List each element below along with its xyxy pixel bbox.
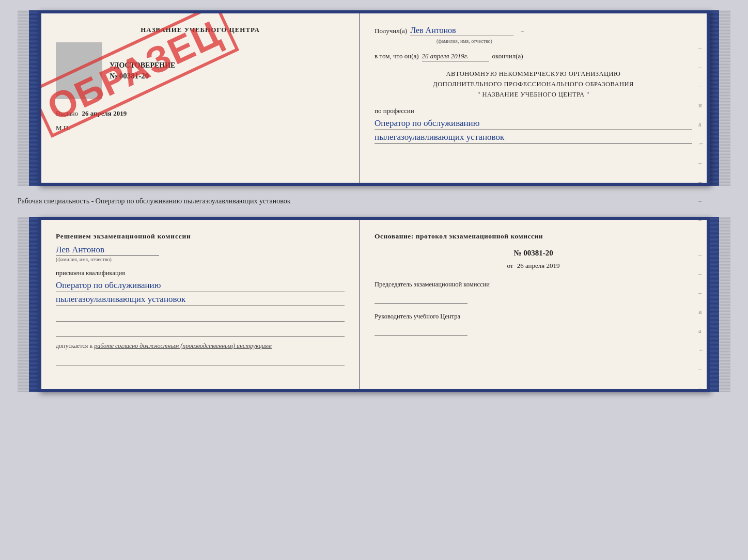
cert-date-line: в том, что он(а) 26 апреля 2019г. окончи…	[375, 52, 692, 61]
received-name: Лев Антонов	[410, 26, 513, 36]
document-container: НАЗВАНИЕ УЧЕБНОГО ЦЕНТРА ОБРАЗЕЦ УДОСТОВ…	[18, 10, 730, 392]
date-intro: в том, что он(а)	[375, 52, 419, 60]
chairman-block: Председатель экзаменационной комиссии	[375, 280, 692, 304]
chairman-sig-line	[375, 292, 467, 304]
lower-right-page: Основание: протокол экзаменационной коми…	[360, 220, 707, 389]
exam-commission-title: Решением экзаменационной комиссии	[56, 232, 345, 241]
director-title: Руководитель учебного Центра	[375, 312, 692, 322]
lower-left-page: Решением экзаменационной комиссии Лев Ан…	[41, 220, 360, 389]
director-block: Руководитель учебного Центра	[375, 312, 692, 336]
protocol-date-prefix: от	[507, 262, 513, 269]
basis-title: Основание: протокол экзаменационной коми…	[375, 232, 692, 241]
lower-certificate-book: Решением экзаменационной комиссии Лев Ан…	[18, 217, 730, 392]
qual-value2: пылегазоулавливающих установок	[56, 294, 345, 306]
lower-texture-left	[18, 217, 29, 392]
lower-fio-label: (фамилия, имя, отчество)	[56, 257, 345, 262]
allowed-prefix: допускается к	[56, 342, 92, 349]
issued-label: Выдано	[56, 109, 78, 117]
issued-date: 26 апреля 2019	[82, 109, 127, 117]
lower-person-name: Лев Антонов	[56, 245, 159, 256]
chairman-title: Председатель экзаменационной комиссии	[375, 280, 692, 290]
cert-issued-line: Выдано 26 апреля 2019	[56, 109, 345, 118]
certificate-book: НАЗВАНИЕ УЧЕБНОГО ЦЕНТРА ОБРАЗЕЦ УДОСТОВ…	[38, 10, 710, 186]
lower-book-inner: Решением экзаменационной комиссии Лев Ан…	[29, 217, 719, 392]
allowed-text: работе согласно должностным (производств…	[94, 342, 272, 349]
date-value: 26 апреля 2019г.	[422, 52, 489, 61]
dash-separator: –	[521, 27, 524, 35]
lower-spine-left	[29, 217, 38, 392]
cert-document-area: УДОСТОВЕРЕНИЕ № 00381-20	[56, 42, 345, 99]
protocol-number: № 00381-20	[375, 249, 692, 258]
cert-doc-number: № 00381-20	[110, 72, 345, 81]
texture-left	[18, 10, 29, 186]
received-label: Получил(а)	[375, 27, 407, 35]
texture-right	[719, 10, 730, 186]
org-block: АВТОНОМНУЮ НЕКОММЕРЧЕСКУЮ ОРГАНИЗАЦИЮ ДО…	[375, 69, 692, 100]
director-sig-line	[375, 323, 467, 335]
allowed-work: допускается к работе согласно должностны…	[56, 342, 345, 350]
lower-spine-right	[710, 217, 719, 392]
received-line: Получил(а) Лев Антонов –	[375, 26, 692, 36]
org-line3: " НАЗВАНИЕ УЧЕБНОГО ЦЕНТРА "	[375, 89, 692, 100]
side-dashes-top: – – – и а ← – – – –	[698, 44, 705, 224]
qual-value1: Оператор по обслуживанию	[56, 280, 345, 292]
blank-line2	[56, 327, 345, 337]
org-line2: ДОПОЛНИТЕЛЬНОГО ПРОФЕССИОНАЛЬНОГО ОБРАЗО…	[375, 79, 692, 89]
blank-line1	[56, 311, 345, 322]
protocol-date: от 26 апреля 2019	[375, 262, 692, 270]
specialty-label: Рабочая специальность - Оператор по обсл…	[18, 197, 291, 205]
cert-right-page: Получил(а) Лев Антонов – (фамилия, имя, …	[360, 13, 707, 183]
cert-spine-left	[29, 10, 38, 186]
lower-book: Решением экзаменационной комиссии Лев Ан…	[38, 217, 710, 392]
profession-value1: Оператор по обслуживанию	[375, 118, 692, 130]
org-line1: АВТОНОМНУЮ НЕКОММЕРЧЕСКУЮ ОРГАНИЗАЦИЮ	[375, 69, 692, 79]
cert-doc-title: УДОСТОВЕРЕНИЕ	[110, 61, 345, 70]
mp-label: М.П.	[56, 124, 345, 132]
photo-placeholder	[56, 42, 102, 99]
finished-label: окончил(а)	[492, 52, 523, 60]
cert-doc-text: УДОСТОВЕРЕНИЕ № 00381-20	[110, 61, 345, 81]
cert-left-page: НАЗВАНИЕ УЧЕБНОГО ЦЕНТРА ОБРАЗЕЦ УДОСТОВ…	[41, 13, 360, 183]
blank-line3	[56, 355, 345, 365]
profession-value2: пылегазоулавливающих установок	[375, 132, 692, 144]
top-certificate-book: НАЗВАНИЕ УЧЕБНОГО ЦЕНТРА ОБРАЗЕЦ УДОСТОВ…	[18, 10, 730, 186]
training-center-title: НАЗВАНИЕ УЧЕБНОГО ЦЕНТРА	[56, 26, 345, 34]
protocol-date-value: 26 апреля 2019	[517, 262, 560, 269]
profession-label: по профессии	[375, 107, 692, 115]
top-book-inner: НАЗВАНИЕ УЧЕБНОГО ЦЕНТРА ОБРАЗЕЦ УДОСТОВ…	[29, 10, 719, 186]
lower-side-dashes: – – – и а ← – –	[698, 251, 705, 392]
fio-label-top: (фамилия, имя, отчество)	[437, 38, 692, 44]
assigned-qual: присвоена квалификация	[56, 269, 345, 277]
cert-spine-right	[710, 10, 719, 186]
lower-texture-right	[719, 217, 730, 392]
